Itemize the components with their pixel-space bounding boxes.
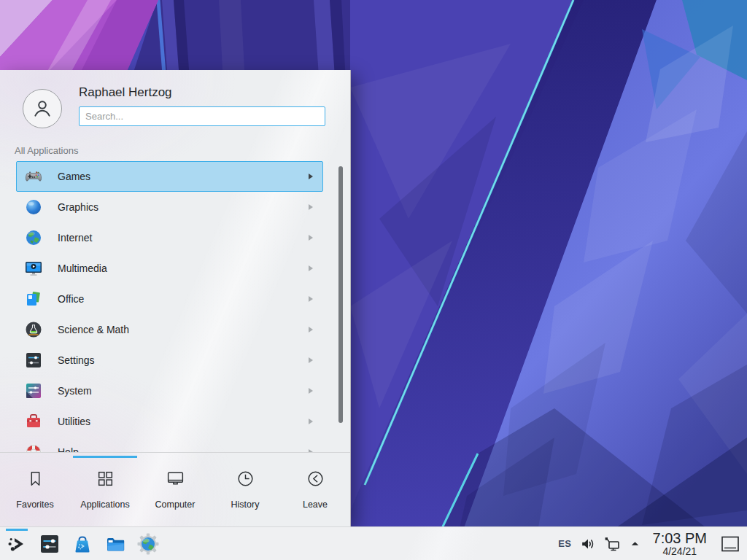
category-system[interactable]: System [16, 376, 323, 406]
volume-icon[interactable] [580, 536, 596, 552]
clock-time: 7:03 PM [653, 531, 707, 546]
tab-applications[interactable]: Applications [70, 453, 140, 526]
keyboard-layout-indicator[interactable]: ES [558, 538, 571, 549]
submenu-arrow-icon [308, 295, 314, 303]
user-name: Raphael Hertzog [79, 85, 172, 100]
taskbar-launcher-button[interactable] [6, 533, 28, 555]
category-graphics[interactable]: Graphics [16, 192, 323, 222]
tab-label: Applications [80, 499, 129, 510]
category-utilities[interactable]: Utilities [16, 406, 323, 437]
submenu-arrow-icon [308, 203, 314, 211]
category-label: Graphics [58, 201, 98, 213]
submenu-arrow-icon [308, 387, 314, 394]
clock[interactable]: 7:03 PM 4/24/21 [653, 531, 707, 557]
category-label: Games [58, 171, 90, 182]
show-desktop-icon [721, 535, 740, 553]
category-games[interactable]: Games [16, 161, 323, 192]
person-icon [31, 97, 54, 120]
clock-date: 4/24/21 [653, 546, 707, 557]
kde-kicker-icon [6, 533, 28, 555]
category-internet[interactable]: Internet [16, 222, 323, 253]
flask-icon [24, 320, 43, 339]
back-circle-icon [306, 469, 325, 491]
globe-gear-icon [137, 533, 159, 555]
tab-computer[interactable]: Computer [140, 453, 210, 526]
submenu-arrow-icon [308, 326, 314, 333]
tab-label: History [231, 499, 260, 510]
scrollbar-thumb[interactable] [338, 166, 343, 423]
search-input[interactable] [79, 106, 325, 126]
sliders-dark-icon [24, 351, 43, 370]
category-label: Office [58, 293, 84, 305]
monitor-icon [166, 469, 185, 491]
tab-label: Leave [303, 499, 328, 510]
category-label: Multimedia [58, 262, 107, 274]
tab-leave[interactable]: Leave [280, 453, 350, 526]
section-label: All Applications [15, 145, 78, 156]
taskbar-dolphin-button[interactable] [104, 533, 126, 555]
clock-icon [236, 469, 255, 491]
taskbar-apps [0, 533, 159, 555]
taskbar: ES 7:03 PM [0, 526, 747, 560]
submenu-arrow-icon [308, 234, 314, 241]
tab-label: Computer [155, 499, 196, 510]
monitor-play-icon [24, 259, 43, 278]
category-help[interactable]: Help [16, 437, 323, 452]
application-launcher-menu: Raphael Hertzog All Applications [0, 70, 351, 526]
toolbox-icon [24, 412, 43, 431]
blue-sphere-icon [24, 198, 43, 217]
tab-label: Favorites [16, 499, 53, 510]
category-label: Settings [58, 354, 95, 366]
taskbar-system-settings-button[interactable] [39, 533, 61, 555]
system-tray: ES 7:03 PM [558, 531, 747, 557]
submenu-arrow-icon [308, 265, 314, 272]
category-science-math[interactable]: Science & Math [16, 314, 323, 345]
category-label: Utilities [58, 416, 90, 427]
bookmark-icon [26, 469, 45, 491]
blue-folder-icon [104, 533, 126, 555]
category-settings[interactable]: Settings [16, 345, 323, 376]
user-avatar[interactable] [23, 89, 62, 128]
globe-icon [24, 228, 43, 247]
tab-favorites[interactable]: Favorites [0, 453, 70, 526]
submenu-arrow-icon [308, 357, 314, 364]
desktop: Raphael Hertzog All Applications [0, 0, 747, 560]
expand-arrow-icon[interactable] [630, 538, 640, 549]
lifebuoy-icon [24, 443, 43, 452]
submenu-arrow-icon [308, 173, 314, 180]
category-list: Games Graphics [0, 161, 350, 452]
taskbar-konqueror-button[interactable] [137, 533, 159, 555]
sliders-gradient-icon [24, 381, 43, 400]
category-label: Internet [58, 232, 92, 244]
category-office[interactable]: Office [16, 284, 323, 314]
gamepad-icon [24, 167, 43, 186]
discover-bag-icon [71, 533, 93, 555]
settings-sliders-icon [39, 533, 61, 555]
network-icon[interactable] [604, 535, 622, 553]
taskbar-discover-button[interactable] [71, 533, 93, 555]
tab-history[interactable]: History [210, 453, 280, 526]
category-label: Science & Math [58, 324, 129, 335]
category-label: Help [58, 446, 79, 452]
show-desktop-button[interactable] [721, 535, 740, 553]
documents-icon [24, 289, 43, 308]
category-label: System [58, 385, 92, 397]
grid-icon [96, 469, 115, 491]
launcher-tabbar: Favorites Applications [0, 453, 350, 526]
category-multimedia[interactable]: Multimedia [16, 253, 323, 284]
submenu-arrow-icon [308, 418, 314, 425]
